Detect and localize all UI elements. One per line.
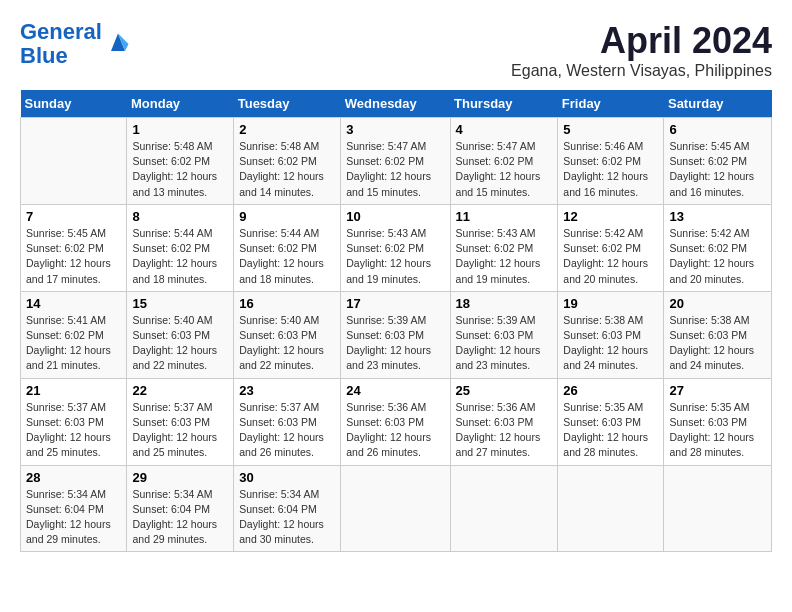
calendar-cell: 18Sunrise: 5:39 AM Sunset: 6:03 PM Dayli… <box>450 291 558 378</box>
day-info: Sunrise: 5:47 AM Sunset: 6:02 PM Dayligh… <box>456 139 553 200</box>
weekday-header-row: SundayMondayTuesdayWednesdayThursdayFrid… <box>21 90 772 118</box>
day-info: Sunrise: 5:34 AM Sunset: 6:04 PM Dayligh… <box>26 487 121 548</box>
day-number: 1 <box>132 122 228 137</box>
calendar-cell: 25Sunrise: 5:36 AM Sunset: 6:03 PM Dayli… <box>450 378 558 465</box>
logo-text: GeneralBlue <box>20 20 102 68</box>
day-info: Sunrise: 5:37 AM Sunset: 6:03 PM Dayligh… <box>239 400 335 461</box>
day-info: Sunrise: 5:44 AM Sunset: 6:02 PM Dayligh… <box>239 226 335 287</box>
calendar-cell <box>664 465 772 552</box>
day-info: Sunrise: 5:46 AM Sunset: 6:02 PM Dayligh… <box>563 139 658 200</box>
weekday-thursday: Thursday <box>450 90 558 118</box>
day-number: 6 <box>669 122 766 137</box>
day-info: Sunrise: 5:43 AM Sunset: 6:02 PM Dayligh… <box>456 226 553 287</box>
day-number: 12 <box>563 209 658 224</box>
calendar-cell: 21Sunrise: 5:37 AM Sunset: 6:03 PM Dayli… <box>21 378 127 465</box>
day-number: 18 <box>456 296 553 311</box>
day-number: 11 <box>456 209 553 224</box>
day-info: Sunrise: 5:37 AM Sunset: 6:03 PM Dayligh… <box>132 400 228 461</box>
week-row-3: 14Sunrise: 5:41 AM Sunset: 6:02 PM Dayli… <box>21 291 772 378</box>
day-info: Sunrise: 5:39 AM Sunset: 6:03 PM Dayligh… <box>346 313 444 374</box>
day-info: Sunrise: 5:42 AM Sunset: 6:02 PM Dayligh… <box>669 226 766 287</box>
day-info: Sunrise: 5:43 AM Sunset: 6:02 PM Dayligh… <box>346 226 444 287</box>
day-info: Sunrise: 5:35 AM Sunset: 6:03 PM Dayligh… <box>669 400 766 461</box>
day-number: 4 <box>456 122 553 137</box>
day-number: 22 <box>132 383 228 398</box>
day-number: 24 <box>346 383 444 398</box>
calendar-cell: 27Sunrise: 5:35 AM Sunset: 6:03 PM Dayli… <box>664 378 772 465</box>
day-info: Sunrise: 5:41 AM Sunset: 6:02 PM Dayligh… <box>26 313 121 374</box>
day-info: Sunrise: 5:48 AM Sunset: 6:02 PM Dayligh… <box>239 139 335 200</box>
day-number: 14 <box>26 296 121 311</box>
day-number: 3 <box>346 122 444 137</box>
day-number: 17 <box>346 296 444 311</box>
day-number: 16 <box>239 296 335 311</box>
weekday-friday: Friday <box>558 90 664 118</box>
day-info: Sunrise: 5:36 AM Sunset: 6:03 PM Dayligh… <box>456 400 553 461</box>
calendar-cell: 16Sunrise: 5:40 AM Sunset: 6:03 PM Dayli… <box>234 291 341 378</box>
calendar-table: SundayMondayTuesdayWednesdayThursdayFrid… <box>20 90 772 552</box>
day-info: Sunrise: 5:44 AM Sunset: 6:02 PM Dayligh… <box>132 226 228 287</box>
calendar-cell: 19Sunrise: 5:38 AM Sunset: 6:03 PM Dayli… <box>558 291 664 378</box>
day-number: 21 <box>26 383 121 398</box>
calendar-cell: 5Sunrise: 5:46 AM Sunset: 6:02 PM Daylig… <box>558 118 664 205</box>
calendar-cell: 2Sunrise: 5:48 AM Sunset: 6:02 PM Daylig… <box>234 118 341 205</box>
calendar-cell: 15Sunrise: 5:40 AM Sunset: 6:03 PM Dayli… <box>127 291 234 378</box>
weekday-sunday: Sunday <box>21 90 127 118</box>
calendar-cell: 29Sunrise: 5:34 AM Sunset: 6:04 PM Dayli… <box>127 465 234 552</box>
week-row-5: 28Sunrise: 5:34 AM Sunset: 6:04 PM Dayli… <box>21 465 772 552</box>
calendar-cell: 10Sunrise: 5:43 AM Sunset: 6:02 PM Dayli… <box>341 204 450 291</box>
day-info: Sunrise: 5:45 AM Sunset: 6:02 PM Dayligh… <box>26 226 121 287</box>
day-number: 10 <box>346 209 444 224</box>
day-number: 27 <box>669 383 766 398</box>
day-number: 23 <box>239 383 335 398</box>
calendar-cell <box>558 465 664 552</box>
day-info: Sunrise: 5:34 AM Sunset: 6:04 PM Dayligh… <box>239 487 335 548</box>
day-info: Sunrise: 5:48 AM Sunset: 6:02 PM Dayligh… <box>132 139 228 200</box>
day-number: 30 <box>239 470 335 485</box>
page-header: GeneralBlue April 2024 Egana, Western Vi… <box>20 20 772 80</box>
logo-icon <box>104 30 132 58</box>
calendar-cell: 14Sunrise: 5:41 AM Sunset: 6:02 PM Dayli… <box>21 291 127 378</box>
week-row-4: 21Sunrise: 5:37 AM Sunset: 6:03 PM Dayli… <box>21 378 772 465</box>
location-text: Egana, Western Visayas, Philippines <box>511 62 772 80</box>
day-info: Sunrise: 5:38 AM Sunset: 6:03 PM Dayligh… <box>563 313 658 374</box>
calendar-cell: 1Sunrise: 5:48 AM Sunset: 6:02 PM Daylig… <box>127 118 234 205</box>
day-number: 13 <box>669 209 766 224</box>
day-number: 29 <box>132 470 228 485</box>
weekday-tuesday: Tuesday <box>234 90 341 118</box>
calendar-cell: 26Sunrise: 5:35 AM Sunset: 6:03 PM Dayli… <box>558 378 664 465</box>
calendar-cell: 22Sunrise: 5:37 AM Sunset: 6:03 PM Dayli… <box>127 378 234 465</box>
calendar-cell: 17Sunrise: 5:39 AM Sunset: 6:03 PM Dayli… <box>341 291 450 378</box>
day-number: 19 <box>563 296 658 311</box>
calendar-cell <box>341 465 450 552</box>
calendar-cell: 4Sunrise: 5:47 AM Sunset: 6:02 PM Daylig… <box>450 118 558 205</box>
day-number: 7 <box>26 209 121 224</box>
day-number: 28 <box>26 470 121 485</box>
calendar-cell: 13Sunrise: 5:42 AM Sunset: 6:02 PM Dayli… <box>664 204 772 291</box>
day-info: Sunrise: 5:40 AM Sunset: 6:03 PM Dayligh… <box>132 313 228 374</box>
calendar-cell <box>21 118 127 205</box>
day-info: Sunrise: 5:47 AM Sunset: 6:02 PM Dayligh… <box>346 139 444 200</box>
day-info: Sunrise: 5:37 AM Sunset: 6:03 PM Dayligh… <box>26 400 121 461</box>
day-number: 8 <box>132 209 228 224</box>
week-row-2: 7Sunrise: 5:45 AM Sunset: 6:02 PM Daylig… <box>21 204 772 291</box>
calendar-cell: 8Sunrise: 5:44 AM Sunset: 6:02 PM Daylig… <box>127 204 234 291</box>
day-number: 26 <box>563 383 658 398</box>
logo: GeneralBlue <box>20 20 132 68</box>
month-title: April 2024 <box>511 20 772 62</box>
calendar-cell: 28Sunrise: 5:34 AM Sunset: 6:04 PM Dayli… <box>21 465 127 552</box>
day-info: Sunrise: 5:36 AM Sunset: 6:03 PM Dayligh… <box>346 400 444 461</box>
calendar-cell: 6Sunrise: 5:45 AM Sunset: 6:02 PM Daylig… <box>664 118 772 205</box>
day-number: 25 <box>456 383 553 398</box>
day-info: Sunrise: 5:39 AM Sunset: 6:03 PM Dayligh… <box>456 313 553 374</box>
calendar-cell <box>450 465 558 552</box>
day-info: Sunrise: 5:45 AM Sunset: 6:02 PM Dayligh… <box>669 139 766 200</box>
weekday-wednesday: Wednesday <box>341 90 450 118</box>
weekday-monday: Monday <box>127 90 234 118</box>
day-info: Sunrise: 5:38 AM Sunset: 6:03 PM Dayligh… <box>669 313 766 374</box>
calendar-cell: 7Sunrise: 5:45 AM Sunset: 6:02 PM Daylig… <box>21 204 127 291</box>
calendar-cell: 24Sunrise: 5:36 AM Sunset: 6:03 PM Dayli… <box>341 378 450 465</box>
day-number: 9 <box>239 209 335 224</box>
day-info: Sunrise: 5:34 AM Sunset: 6:04 PM Dayligh… <box>132 487 228 548</box>
day-number: 15 <box>132 296 228 311</box>
